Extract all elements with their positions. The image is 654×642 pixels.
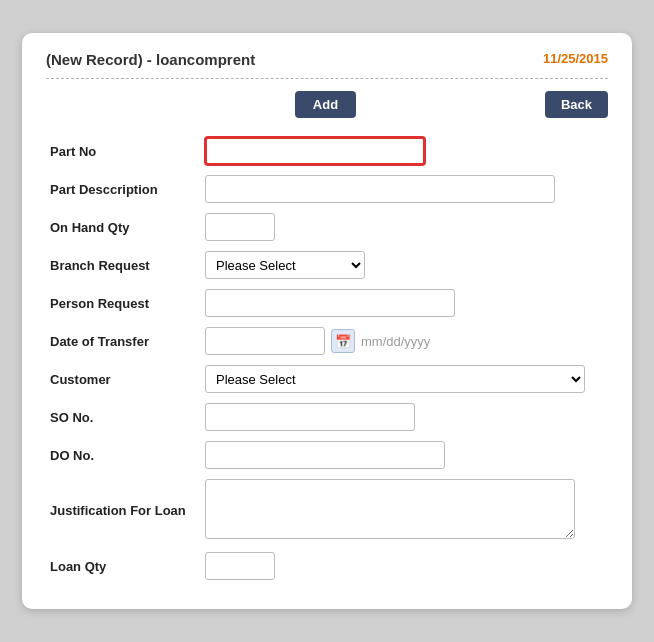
on-hand-cell xyxy=(201,208,608,246)
main-card: (New Record) - loancomprent 11/25/2015 A… xyxy=(22,33,632,609)
date-transfer-label: Date of Transfer xyxy=(46,322,201,360)
date-transfer-cell: 📅 mm/dd/yyyy xyxy=(201,322,608,360)
branch-request-cell: Please Select xyxy=(201,246,608,284)
date-transfer-input[interactable] xyxy=(205,327,325,355)
person-request-label: Person Request xyxy=(46,284,201,322)
part-no-row: Part No xyxy=(46,132,608,170)
loan-qty-row: Loan Qty xyxy=(46,547,608,585)
add-button[interactable]: Add xyxy=(295,91,356,118)
back-button[interactable]: Back xyxy=(545,91,608,118)
do-no-label: DO No. xyxy=(46,436,201,474)
do-no-cell xyxy=(201,436,608,474)
person-request-cell xyxy=(201,284,608,322)
part-desc-cell xyxy=(201,170,608,208)
person-request-input[interactable] xyxy=(205,289,455,317)
so-no-cell xyxy=(201,398,608,436)
card-header: (New Record) - loancomprent 11/25/2015 xyxy=(46,51,608,79)
justification-cell xyxy=(201,474,608,547)
branch-request-row: Branch Request Please Select xyxy=(46,246,608,284)
loan-qty-cell xyxy=(201,547,608,585)
calendar-icon[interactable]: 📅 xyxy=(331,329,355,353)
on-hand-input[interactable] xyxy=(205,213,275,241)
on-hand-row: On Hand Qty xyxy=(46,208,608,246)
on-hand-label: On Hand Qty xyxy=(46,208,201,246)
part-desc-input[interactable] xyxy=(205,175,555,203)
part-desc-row: Part Desccription xyxy=(46,170,608,208)
person-request-row: Person Request xyxy=(46,284,608,322)
part-desc-label: Part Desccription xyxy=(46,170,201,208)
customer-select[interactable]: Please Select xyxy=(205,365,585,393)
justification-textarea[interactable] xyxy=(205,479,575,539)
loan-qty-label: Loan Qty xyxy=(46,547,201,585)
part-no-label: Part No xyxy=(46,132,201,170)
justification-row: Justification For Loan xyxy=(46,474,608,547)
branch-request-label: Branch Request xyxy=(46,246,201,284)
page-title: (New Record) - loancomprent xyxy=(46,51,255,68)
loan-qty-input[interactable] xyxy=(205,552,275,580)
customer-cell: Please Select xyxy=(201,360,608,398)
date-transfer-row: Date of Transfer 📅 mm/dd/yyyy xyxy=(46,322,608,360)
so-no-label: SO No. xyxy=(46,398,201,436)
part-no-input[interactable] xyxy=(205,137,425,165)
do-no-input[interactable] xyxy=(205,441,445,469)
so-no-input[interactable] xyxy=(205,403,415,431)
record-date: 11/25/2015 xyxy=(543,51,608,66)
customer-row: Customer Please Select xyxy=(46,360,608,398)
justification-label: Justification For Loan xyxy=(46,474,201,547)
date-wrapper: 📅 mm/dd/yyyy xyxy=(205,327,604,355)
toolbar: Add Back xyxy=(46,91,608,118)
so-no-row: SO No. xyxy=(46,398,608,436)
date-placeholder: mm/dd/yyyy xyxy=(361,334,430,349)
do-no-row: DO No. xyxy=(46,436,608,474)
part-no-cell xyxy=(201,132,608,170)
customer-label: Customer xyxy=(46,360,201,398)
toolbar-center: Add xyxy=(106,91,545,118)
branch-request-select[interactable]: Please Select xyxy=(205,251,365,279)
form-table: Part No Part Desccription On Hand Qty Br… xyxy=(46,132,608,585)
